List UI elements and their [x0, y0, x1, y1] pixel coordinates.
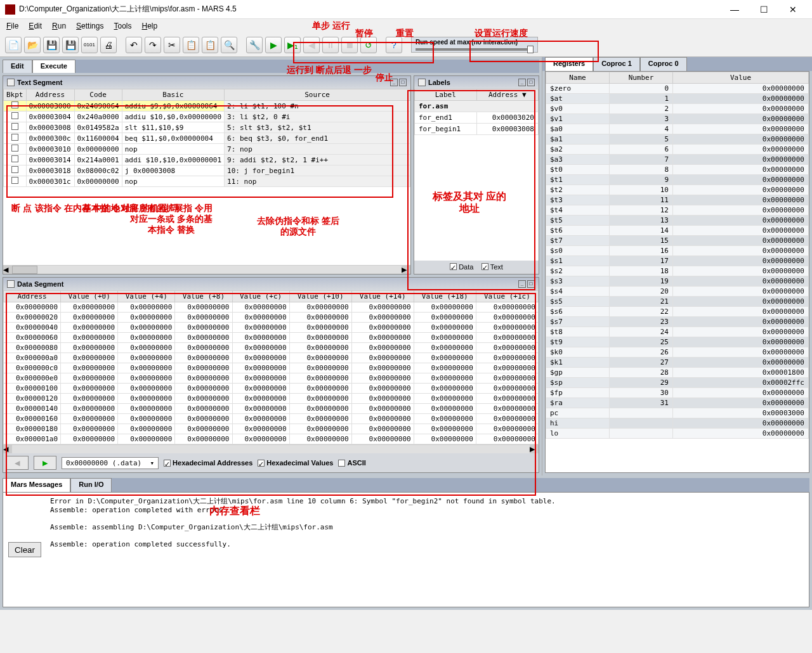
data-value[interactable]: 0x00000000	[289, 363, 351, 373]
th-data[interactable]: Value (+18)	[414, 291, 476, 302]
reg-value[interactable]: 0x00000000	[673, 358, 809, 368]
menu-run[interactable]: Run	[48, 20, 70, 32]
data-value[interactable]: 0x00000000	[289, 373, 351, 384]
data-value[interactable]: 0x00000000	[175, 394, 232, 404]
data-value[interactable]: 0x00000000	[289, 343, 351, 353]
reg-value[interactable]: 0x00000000	[673, 226, 809, 236]
data-value[interactable]: 0x00000000	[289, 404, 351, 414]
reg-value[interactable]: 0x00000000	[673, 347, 809, 358]
data-value[interactable]: 0x00000000	[61, 414, 118, 424]
data-value[interactable]: 0x00000000	[61, 302, 118, 313]
data-value[interactable]: 0x00000000	[351, 404, 414, 414]
th-data[interactable]: Value (+8)	[175, 291, 232, 302]
data-value[interactable]: 0x00000000	[351, 313, 414, 323]
th-data[interactable]: Value (+1c)	[476, 291, 538, 302]
data-value[interactable]: 0x00000000	[118, 384, 175, 394]
bkpt-checkbox[interactable]	[4, 165, 27, 176]
reg-value[interactable]: 0x00003000	[673, 408, 809, 418]
dump-button[interactable]: 0101	[81, 37, 98, 53]
data-checkbox[interactable]: ✓	[450, 263, 457, 270]
th-data[interactable]: Value (+c)	[232, 291, 289, 302]
undo-button[interactable]: ↶	[126, 37, 142, 53]
help-button[interactable]: ?	[386, 37, 402, 53]
th-source[interactable]: Source	[225, 89, 410, 101]
data-value[interactable]: 0x00000000	[289, 384, 351, 394]
data-value[interactable]: 0x00000000	[118, 424, 175, 434]
reg-value[interactable]: 0x00000000	[673, 195, 809, 205]
maximize-button[interactable]: ☐	[750, 1, 778, 18]
data-value[interactable]: 0x00000000	[175, 384, 232, 394]
paste-button[interactable]: 📋	[202, 37, 218, 53]
minimize-pane-icon[interactable]: _	[518, 280, 526, 288]
reg-value[interactable]: 0x00000000	[673, 205, 809, 216]
data-value[interactable]: 0x00000000	[414, 434, 476, 444]
data-value[interactable]: 0x00000000	[351, 394, 414, 404]
data-value[interactable]: 0x00000000	[175, 302, 232, 313]
data-value[interactable]: 0x00000000	[232, 373, 289, 384]
tab-run-io[interactable]: Run I/O	[70, 478, 112, 492]
data-value[interactable]: 0x00000000	[232, 323, 289, 333]
reg-value[interactable]: 0x00000000	[673, 185, 809, 195]
data-value[interactable]: 0x00000000	[289, 414, 351, 424]
data-value[interactable]: 0x00000000	[232, 414, 289, 424]
data-value[interactable]: 0x00000000	[351, 434, 414, 444]
new-file-button[interactable]: 📄	[5, 37, 22, 53]
th-data[interactable]: Value (+10)	[289, 291, 351, 302]
data-value[interactable]: 0x00000000	[476, 404, 538, 414]
data-value[interactable]: 0x00000000	[118, 373, 175, 384]
reg-value[interactable]: 0x00000000	[673, 94, 809, 104]
step-back-button[interactable]: ◀	[303, 37, 320, 53]
data-value[interactable]: 0x00000000	[232, 363, 289, 373]
data-value[interactable]: 0x00000000	[61, 323, 118, 333]
hex-val-checkbox[interactable]: ✓	[258, 460, 265, 467]
reg-value[interactable]: 0x00000000	[673, 276, 809, 287]
menu-settings[interactable]: Settings	[72, 20, 107, 32]
reg-value[interactable]: 0x00000000	[673, 216, 809, 226]
minimize-button[interactable]: —	[721, 1, 749, 18]
data-value[interactable]: 0x00000000	[476, 434, 538, 444]
data-value[interactable]: 0x00000000	[414, 394, 476, 404]
reg-value[interactable]: 0x00001800	[673, 368, 809, 378]
step-button[interactable]: ▶₁	[284, 37, 301, 53]
menu-help[interactable]: Help	[138, 20, 161, 32]
reg-value[interactable]: 0x00000000	[673, 297, 809, 307]
data-value[interactable]: 0x00000000	[414, 313, 476, 323]
th-basic[interactable]: Basic	[122, 89, 224, 101]
data-value[interactable]: 0x00000000	[118, 404, 175, 414]
data-value[interactable]: 0x00000000	[351, 363, 414, 373]
data-value[interactable]: 0x00000000	[476, 414, 538, 424]
data-value[interactable]: 0x00000000	[61, 333, 118, 343]
data-value[interactable]: 0x00000000	[61, 384, 118, 394]
reg-value[interactable]: 0x00000000	[673, 246, 809, 256]
reg-value[interactable]: 0x00000000	[673, 155, 809, 165]
data-address-combo[interactable]: 0x00000000 (.data) ▾	[62, 457, 159, 469]
data-value[interactable]: 0x00000000	[414, 363, 476, 373]
data-value[interactable]: 0x00000000	[289, 394, 351, 404]
bkpt-checkbox[interactable]	[4, 101, 27, 112]
hex-addr-checkbox[interactable]: ✓	[164, 460, 171, 467]
reg-value[interactable]: 0x00000000	[673, 287, 809, 297]
data-value[interactable]: 0x00000000	[414, 323, 476, 333]
reset-button[interactable]: ↺	[360, 37, 377, 53]
th-data[interactable]: Address	[4, 291, 61, 302]
data-value[interactable]: 0x00000000	[175, 333, 232, 343]
reg-value[interactable]: 0x00000000	[673, 236, 809, 246]
stop-button[interactable]: ⏹	[341, 37, 358, 53]
data-value[interactable]: 0x00000000	[289, 333, 351, 343]
text-seg-scrollbar[interactable]: ◀▶	[3, 265, 410, 274]
reg-value[interactable]: 0x00000000	[673, 307, 809, 317]
reg-value[interactable]: 0x00000000	[673, 175, 809, 185]
data-value[interactable]: 0x00000000	[414, 414, 476, 424]
reg-value[interactable]: 0x00002ffc	[673, 378, 809, 388]
data-value[interactable]: 0x00000000	[118, 434, 175, 444]
data-value[interactable]: 0x00000000	[289, 313, 351, 323]
data-value[interactable]: 0x00000000	[232, 302, 289, 313]
reg-value[interactable]: 0x00000000	[673, 337, 809, 347]
th-data[interactable]: Value (+4)	[118, 291, 175, 302]
th-code[interactable]: Code	[74, 89, 122, 101]
reg-value[interactable]: 0x00000000	[673, 165, 809, 175]
reg-value[interactable]: 0x00000000	[673, 317, 809, 327]
data-value[interactable]: 0x00000000	[232, 424, 289, 434]
reg-value[interactable]: 0x00000000	[673, 84, 809, 94]
reg-value[interactable]: 0x00000000	[673, 134, 809, 145]
